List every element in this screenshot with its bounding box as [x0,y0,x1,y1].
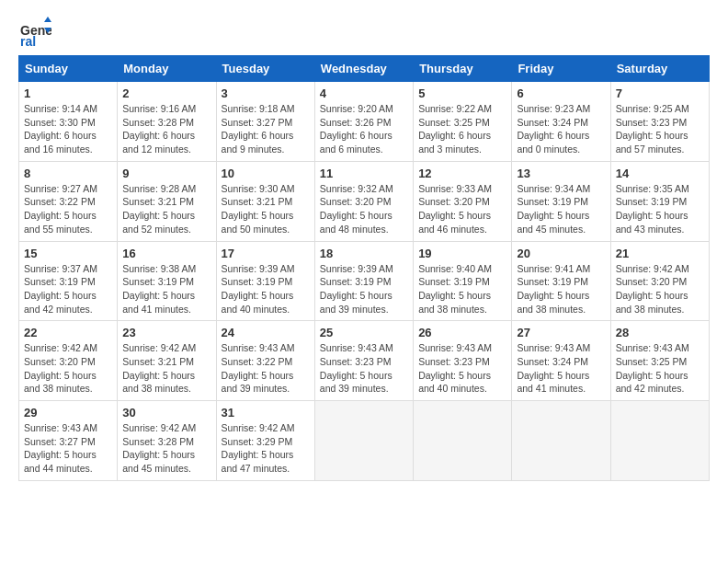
week-row-2: 15Sunrise: 9:37 AM Sunset: 3:19 PM Dayli… [19,241,710,321]
day-number: 29 [24,406,112,419]
day-number: 7 [616,86,704,100]
calendar-cell: 21Sunrise: 9:42 AM Sunset: 3:20 PM Dayli… [610,241,709,321]
day-number: 28 [616,326,704,339]
day-number: 16 [122,247,210,260]
calendar-cell [314,401,413,481]
day-number: 4 [320,86,408,100]
day-info: Sunrise: 9:43 AM Sunset: 3:22 PM Dayligh… [222,341,310,396]
calendar-cell: 9Sunrise: 9:28 AM Sunset: 3:21 PM Daylig… [118,161,216,241]
calendar-cell: 16Sunrise: 9:38 AM Sunset: 3:19 PM Dayli… [118,241,216,321]
day-number: 15 [24,247,112,260]
day-info: Sunrise: 9:41 AM Sunset: 3:19 PM Dayligh… [517,262,605,316]
calendar-cell: 14Sunrise: 9:35 AM Sunset: 3:19 PM Dayli… [610,161,709,241]
day-number: 2 [122,86,210,100]
calendar-cell: 19Sunrise: 9:40 AM Sunset: 3:19 PM Dayli… [414,241,512,321]
header-monday: Monday [118,56,216,82]
calendar-cell: 18Sunrise: 9:39 AM Sunset: 3:19 PM Dayli… [314,241,413,321]
day-info: Sunrise: 9:43 AM Sunset: 3:23 PM Dayligh… [418,341,506,396]
calendar-cell: 4Sunrise: 9:20 AM Sunset: 3:26 PM Daylig… [314,82,413,162]
calendar-cell [414,401,512,481]
day-info: Sunrise: 9:33 AM Sunset: 3:20 PM Dayligh… [418,182,506,236]
day-info: Sunrise: 9:43 AM Sunset: 3:27 PM Dayligh… [24,421,112,476]
day-number: 1 [24,86,112,100]
day-info: Sunrise: 9:42 AM Sunset: 3:20 PM Dayligh… [616,262,704,316]
logo: Gene ral [18,15,55,48]
day-info: Sunrise: 9:42 AM Sunset: 3:21 PM Dayligh… [122,341,210,396]
calendar-header: SundayMondayTuesdayWednesdayThursdayFrid… [19,56,710,82]
calendar-cell: 12Sunrise: 9:33 AM Sunset: 3:20 PM Dayli… [414,161,512,241]
day-info: Sunrise: 9:32 AM Sunset: 3:20 PM Dayligh… [320,182,408,236]
svg-text:ral: ral [20,34,36,48]
calendar-cell: 30Sunrise: 9:42 AM Sunset: 3:28 PM Dayli… [118,401,216,481]
day-number: 14 [616,167,704,180]
day-number: 3 [222,86,310,100]
day-info: Sunrise: 9:42 AM Sunset: 3:29 PM Dayligh… [222,421,310,476]
calendar-body: 1Sunrise: 9:14 AM Sunset: 3:30 PM Daylig… [19,82,710,481]
day-number: 13 [517,167,605,180]
header: Gene ral [18,15,710,48]
logo-icon: Gene ral [18,15,51,48]
calendar-cell: 22Sunrise: 9:42 AM Sunset: 3:20 PM Dayli… [19,321,118,401]
calendar-cell: 27Sunrise: 9:43 AM Sunset: 3:24 PM Dayli… [512,321,610,401]
day-info: Sunrise: 9:34 AM Sunset: 3:19 PM Dayligh… [517,182,605,236]
day-info: Sunrise: 9:16 AM Sunset: 3:28 PM Dayligh… [122,102,210,156]
day-info: Sunrise: 9:39 AM Sunset: 3:19 PM Dayligh… [222,262,310,316]
day-number: 25 [320,326,408,339]
day-number: 5 [418,86,506,100]
day-number: 30 [122,406,210,419]
header-row: SundayMondayTuesdayWednesdayThursdayFrid… [19,56,710,82]
calendar-cell: 1Sunrise: 9:14 AM Sunset: 3:30 PM Daylig… [19,82,118,162]
day-info: Sunrise: 9:42 AM Sunset: 3:20 PM Dayligh… [24,341,112,396]
header-tuesday: Tuesday [216,56,314,82]
day-number: 9 [122,167,210,180]
calendar-cell: 6Sunrise: 9:23 AM Sunset: 3:24 PM Daylig… [512,82,610,162]
day-number: 8 [24,167,112,180]
day-info: Sunrise: 9:27 AM Sunset: 3:22 PM Dayligh… [24,182,112,236]
day-info: Sunrise: 9:30 AM Sunset: 3:21 PM Dayligh… [222,182,310,236]
week-row-3: 22Sunrise: 9:42 AM Sunset: 3:20 PM Dayli… [19,321,710,401]
day-number: 23 [122,326,210,339]
calendar-cell: 28Sunrise: 9:43 AM Sunset: 3:25 PM Dayli… [610,321,709,401]
calendar-cell: 23Sunrise: 9:42 AM Sunset: 3:21 PM Dayli… [118,321,216,401]
calendar-cell: 29Sunrise: 9:43 AM Sunset: 3:27 PM Dayli… [19,401,118,481]
day-number: 10 [222,167,310,180]
calendar-cell: 17Sunrise: 9:39 AM Sunset: 3:19 PM Dayli… [216,241,314,321]
day-number: 22 [24,326,112,339]
calendar-cell [512,401,610,481]
day-number: 12 [418,167,506,180]
day-number: 20 [517,247,605,260]
day-info: Sunrise: 9:14 AM Sunset: 3:30 PM Dayligh… [24,102,112,156]
calendar-cell [610,401,709,481]
day-info: Sunrise: 9:43 AM Sunset: 3:24 PM Dayligh… [517,341,605,396]
day-number: 26 [418,326,506,339]
svg-marker-2 [44,17,51,22]
day-info: Sunrise: 9:38 AM Sunset: 3:19 PM Dayligh… [122,262,210,316]
header-friday: Friday [512,56,610,82]
calendar-cell: 3Sunrise: 9:18 AM Sunset: 3:27 PM Daylig… [216,82,314,162]
day-number: 6 [517,86,605,100]
calendar-cell: 25Sunrise: 9:43 AM Sunset: 3:23 PM Dayli… [314,321,413,401]
calendar-cell: 11Sunrise: 9:32 AM Sunset: 3:20 PM Dayli… [314,161,413,241]
day-info: Sunrise: 9:25 AM Sunset: 3:23 PM Dayligh… [616,102,704,156]
calendar-cell: 20Sunrise: 9:41 AM Sunset: 3:19 PM Dayli… [512,241,610,321]
day-info: Sunrise: 9:43 AM Sunset: 3:25 PM Dayligh… [616,341,704,396]
calendar-cell: 8Sunrise: 9:27 AM Sunset: 3:22 PM Daylig… [19,161,118,241]
calendar-cell: 26Sunrise: 9:43 AM Sunset: 3:23 PM Dayli… [414,321,512,401]
day-info: Sunrise: 9:35 AM Sunset: 3:19 PM Dayligh… [616,182,704,236]
week-row-1: 8Sunrise: 9:27 AM Sunset: 3:22 PM Daylig… [19,161,710,241]
day-info: Sunrise: 9:37 AM Sunset: 3:19 PM Dayligh… [24,262,112,316]
day-info: Sunrise: 9:22 AM Sunset: 3:25 PM Dayligh… [418,102,506,156]
day-info: Sunrise: 9:20 AM Sunset: 3:26 PM Dayligh… [320,102,408,156]
day-info: Sunrise: 9:18 AM Sunset: 3:27 PM Dayligh… [222,102,310,156]
calendar-table: SundayMondayTuesdayWednesdayThursdayFrid… [18,55,710,481]
header-thursday: Thursday [414,56,512,82]
header-sunday: Sunday [19,56,118,82]
day-number: 11 [320,167,408,180]
calendar-cell: 10Sunrise: 9:30 AM Sunset: 3:21 PM Dayli… [216,161,314,241]
day-number: 27 [517,326,605,339]
day-info: Sunrise: 9:39 AM Sunset: 3:19 PM Dayligh… [320,262,408,316]
day-number: 17 [222,247,310,260]
calendar-cell: 5Sunrise: 9:22 AM Sunset: 3:25 PM Daylig… [414,82,512,162]
day-info: Sunrise: 9:40 AM Sunset: 3:19 PM Dayligh… [418,262,506,316]
calendar-cell: 31Sunrise: 9:42 AM Sunset: 3:29 PM Dayli… [216,401,314,481]
